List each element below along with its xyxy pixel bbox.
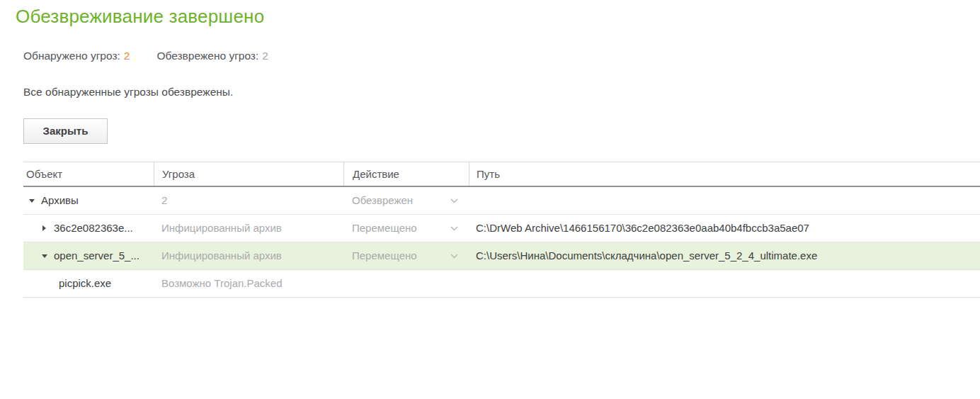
object-name: 36c2e082363e... [54,215,133,242]
column-header-path: Путь [469,162,980,186]
object-name: Архивы [41,187,79,214]
action-label: Обезврежен [352,187,413,214]
object-name: open_server_5_... [54,242,139,269]
stats-row: Обнаружено угроз:2 Обезврежено угроз:2 [0,27,980,63]
column-header-action: Действие [343,162,469,186]
action-label: Перемещено [352,242,417,269]
object-cell: open_server_5_... [23,242,154,269]
table-row-open-server[interactable]: open_server_5_... Инфицированный архив П… [23,242,980,270]
chevron-down-icon[interactable] [450,254,458,259]
table-row-archives[interactable]: Архивы 2 Обезврежен [23,187,980,215]
chevron-down-icon[interactable] [450,198,458,203]
collapse-toggle-icon[interactable] [28,198,35,204]
path-cell [469,270,980,297]
stat-neutralized-label: Обезврежено угроз: [156,50,258,62]
path-cell [469,187,980,214]
action-dropdown[interactable]: Перемещено [343,242,469,269]
path-cell: C:\DrWeb Archive\1466156170\36c2e082363e… [469,215,980,242]
threat-cell: Инфицированный архив [154,215,343,242]
stat-neutralized-value: 2 [262,50,268,62]
action-cell-empty [343,270,469,297]
stat-detected-value: 2 [124,50,130,62]
path-cell: C:\Users\Нина\Documents\складчина\open_s… [469,242,980,269]
action-dropdown[interactable]: Перемещено [343,215,469,242]
object-cell: picpick.exe [23,270,154,297]
table-header: Объект Угроза Действие Путь [23,162,980,187]
threat-cell: Возможно Trojan.Packed [154,270,343,297]
stat-detected-label: Обнаружено угроз: [23,50,120,62]
stat-neutralized: Обезврежено угроз:2 [156,49,268,63]
object-cell: 36c2e082363e... [23,215,154,242]
column-header-object: Объект [23,162,154,186]
object-name: picpick.exe [59,270,111,297]
expand-toggle-icon[interactable] [41,225,47,232]
stat-detected: Обнаружено угроз:2 [23,49,130,63]
page-title: Обезвреживание завершено [16,6,980,27]
action-dropdown[interactable]: Обезврежен [343,187,469,214]
chevron-down-icon[interactable] [450,226,458,231]
result-message: Все обнаруженные угрозы обезврежены. [0,63,980,99]
threat-cell: Инфицированный архив [154,242,343,269]
table-row-picpick[interactable]: picpick.exe Возможно Trojan.Packed [23,270,980,298]
collapse-toggle-icon[interactable] [41,253,47,259]
close-button[interactable]: Закрыть [23,118,108,144]
threat-cell: 2 [154,187,343,214]
object-cell: Архивы [23,187,154,214]
threat-table: Объект Угроза Действие Путь Архивы 2 Обе… [23,162,980,298]
table-row-archive-hash[interactable]: 36c2e082363e... Инфицированный архив Пер… [23,215,980,242]
action-label: Перемещено [352,215,417,242]
column-header-threat: Угроза [154,162,343,186]
